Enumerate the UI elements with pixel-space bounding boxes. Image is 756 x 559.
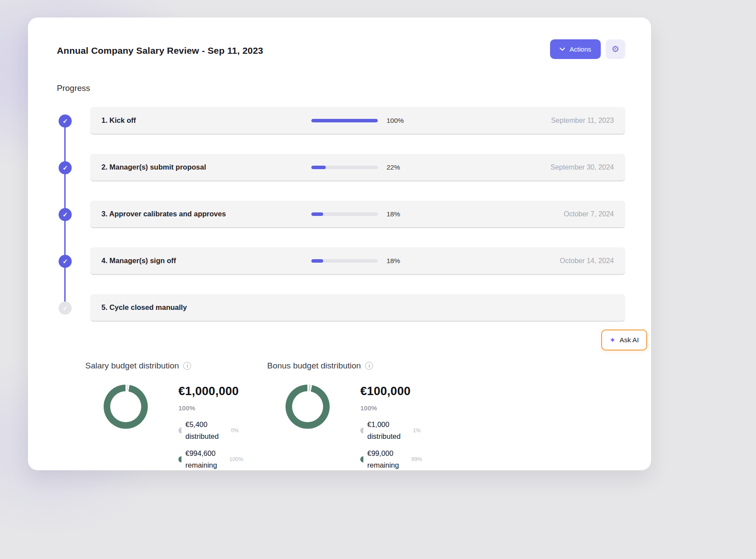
remaining-swatch-icon	[360, 456, 363, 462]
legend-item-remaining: €994,600 remaining 100%	[178, 449, 243, 469]
distributed-percent: 0%	[231, 427, 239, 434]
info-icon-glyph: i	[187, 363, 188, 368]
step-name: 2. Manager(s) submit proposal	[90, 163, 311, 171]
settings-button[interactable]: ⚙	[606, 39, 625, 59]
check-icon: ✓	[63, 258, 68, 265]
donut-hole	[110, 391, 141, 422]
step-check-circle: ✓	[59, 161, 72, 174]
gear-icon: ⚙	[612, 44, 620, 54]
chart-figures: €100,000 100% €1,000 distributed 1%	[360, 385, 422, 469]
card-header: Annual Company Salary Review - Sep 11, 2…	[57, 39, 625, 59]
remaining-amount: €99,000	[367, 449, 399, 458]
step-row-approver-calibrates[interactable]: 3. Approver calibrates and approves 18% …	[90, 201, 625, 228]
legend-text: €99,000 remaining	[367, 449, 399, 469]
step-name: 5. Cycle closed manually	[90, 303, 311, 312]
step-percent: 18%	[387, 257, 417, 265]
legend-text: €994,600 remaining	[185, 449, 217, 469]
step-name: 3. Approver calibrates and approves	[90, 210, 311, 218]
chart-title-row: Bonus budget distribution i	[267, 361, 449, 371]
step-check-circle: ✓	[59, 115, 72, 128]
step-date: September 11, 2023	[417, 117, 625, 125]
bonus-budget-chart: Bonus budget distribution i €100,000 100…	[267, 361, 449, 469]
distributed-percent: 1%	[413, 427, 421, 434]
step-name: 1. Kick off	[90, 116, 311, 125]
legend-text: €5,400 distributed	[185, 420, 219, 441]
step-progress-bar	[311, 259, 378, 263]
salary-review-card: Annual Company Salary Review - Sep 11, 2…	[28, 17, 651, 470]
step-progress-bar	[311, 119, 378, 122]
chart-total-amount: €100,000	[360, 385, 422, 398]
distributed-label: distributed	[185, 432, 219, 441]
step-row-sign-off[interactable]: 4. Manager(s) sign off 18% October 14, 2…	[90, 247, 625, 275]
step-date: September 30, 2024	[417, 163, 625, 171]
distributed-swatch-icon	[360, 427, 363, 434]
step-progress-bar	[311, 166, 378, 169]
distributed-label: distributed	[367, 432, 401, 441]
remaining-label: remaining	[185, 461, 217, 469]
step-row-kick-off[interactable]: 1. Kick off 100% September 11, 2023	[90, 107, 625, 135]
check-icon: ✓	[63, 118, 68, 125]
chart-title-row: Salary budget distribution i	[85, 361, 267, 371]
step-name: 4. Manager(s) sign off	[90, 257, 311, 265]
remaining-percent: 100%	[229, 456, 243, 462]
step-progress-bar-fill	[311, 119, 378, 122]
step-progress-bar	[311, 212, 378, 216]
budget-charts: Salary budget distribution i €1,000,000 …	[85, 361, 625, 469]
step-progress-bar-fill	[311, 259, 323, 263]
ask-ai-label: Ask AI	[620, 336, 639, 344]
check-icon: ✓	[63, 305, 68, 312]
remaining-swatch-icon	[178, 456, 181, 462]
step-date: October 7, 2024	[417, 210, 625, 218]
step-row-cycle-closed[interactable]: 5. Cycle closed manually	[90, 294, 625, 322]
page-background: Annual Company Salary Review - Sep 11, 2…	[0, 0, 756, 559]
step-percent: 18%	[387, 210, 417, 218]
progress-step-2: ✓ 2. Manager(s) submit proposal 22% Sept…	[57, 154, 625, 181]
progress-step-3: ✓ 3. Approver calibrates and approves 18…	[57, 201, 625, 228]
check-icon: ✓	[63, 164, 68, 171]
legend-text: €1,000 distributed	[367, 420, 401, 441]
legend-item-distributed: €5,400 distributed 0%	[178, 420, 243, 441]
remaining-percent: 99%	[411, 456, 422, 462]
actions-button[interactable]: Actions	[550, 39, 601, 59]
progress-timeline: ✓ 1. Kick off 100% September 11, 2023 ✓ …	[57, 107, 625, 322]
step-check-circle: ✓	[59, 208, 72, 221]
progress-step-4: ✓ 4. Manager(s) sign off 18% October 14,…	[57, 247, 625, 275]
chevron-down-icon	[560, 48, 565, 51]
donut-hole	[292, 391, 323, 422]
page-title: Annual Company Salary Review - Sep 11, 2…	[57, 45, 263, 56]
progress-step-5: ✓ 5. Cycle closed manually	[57, 294, 625, 322]
chart-total-amount: €1,000,000	[178, 385, 243, 398]
header-actions: Actions ⚙	[550, 39, 625, 59]
sparkle-icon: ✦	[610, 336, 616, 345]
actions-button-label: Actions	[570, 45, 591, 53]
distributed-amount: €5,400	[185, 420, 219, 429]
step-check-circle-pending: ✓	[59, 302, 72, 315]
info-icon-glyph: i	[369, 363, 370, 368]
distributed-amount: €1,000	[367, 420, 401, 429]
step-percent: 22%	[387, 163, 417, 171]
chart-body: €100,000 100% €1,000 distributed 1%	[267, 385, 449, 469]
chart-total-percent: 100%	[360, 404, 422, 412]
remaining-amount: €994,600	[185, 449, 217, 458]
info-icon[interactable]: i	[365, 362, 373, 370]
info-icon[interactable]: i	[183, 362, 191, 370]
bonus-donut-chart	[286, 385, 330, 429]
chart-total-percent: 100%	[178, 404, 243, 412]
step-percent: 100%	[387, 117, 417, 125]
chart-title: Bonus budget distribution	[267, 361, 361, 371]
check-icon: ✓	[63, 211, 68, 218]
progress-section-label: Progress	[57, 83, 625, 93]
step-row-submit-proposal[interactable]: 2. Manager(s) submit proposal 22% Septem…	[90, 154, 625, 181]
step-progress-bar-fill	[311, 166, 326, 169]
step-check-circle: ✓	[59, 255, 72, 268]
progress-step-1: ✓ 1. Kick off 100% September 11, 2023	[57, 107, 625, 135]
salary-budget-chart: Salary budget distribution i €1,000,000 …	[85, 361, 267, 469]
ask-ai-container: ✦ Ask AI	[57, 330, 647, 351]
distributed-swatch-icon	[178, 427, 181, 434]
legend-item-distributed: €1,000 distributed 1%	[360, 420, 422, 441]
step-progress-bar-fill	[311, 212, 323, 216]
remaining-label: remaining	[367, 461, 399, 469]
ask-ai-button[interactable]: ✦ Ask AI	[601, 330, 647, 351]
legend-item-remaining: €99,000 remaining 99%	[360, 449, 422, 469]
chart-figures: €1,000,000 100% €5,400 distributed 0%	[178, 385, 243, 469]
